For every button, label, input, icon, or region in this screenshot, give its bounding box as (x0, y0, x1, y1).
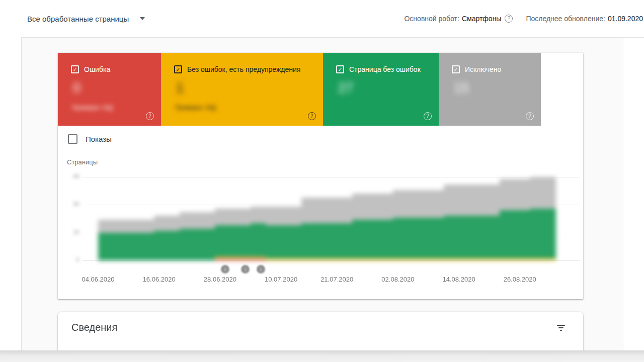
status-card-header: ✓ Без ошибок, есть предупреждения (174, 65, 323, 73)
checkbox-checked-icon[interactable]: ✓ (71, 65, 79, 73)
status-card-sublabel: Проверка: Н/Д (72, 104, 113, 111)
status-card-error[interactable]: ✓ Ошибка 0 Проверка: Н/Д ? (58, 53, 161, 126)
help-icon[interactable]: ? (505, 15, 513, 23)
status-card-valid[interactable]: ✓ Страница без ошибок 27 ? (323, 53, 439, 126)
status-card-value: 27 (338, 80, 353, 96)
status-card-label: Ошибка (84, 65, 110, 73)
help-icon[interactable]: ? (308, 112, 316, 120)
status-card-value: 0 (73, 80, 80, 96)
help-icon[interactable]: ? (526, 112, 534, 120)
status-card-header: ✓ Страница без ошибок (336, 65, 439, 73)
status-card-label: Страница без ошибок (349, 65, 421, 73)
y-axis-title: Страницы (67, 158, 98, 166)
pages-filter-dropdown[interactable]: Все обработанные страницы (25, 0, 147, 37)
filter-button[interactable] (552, 319, 570, 337)
topbar: Все обработанные страницы Основной робот… (21, 0, 644, 38)
details-title: Сведения (71, 322, 117, 333)
status-card-sublabel: Проверка: Н/Д (175, 104, 216, 111)
impressions-toggle[interactable]: Показы (68, 134, 112, 144)
scrollbar-track[interactable] (623, 38, 644, 350)
timeline-event-marker-icon[interactable]: i (257, 265, 265, 274)
status-card-header: ✓ Ошибка (71, 65, 161, 73)
filter-list-icon (557, 325, 565, 331)
status-tiles-row: ✓ Ошибка 0 Проверка: Н/Д ? ✓ Без ошибок,… (58, 53, 541, 126)
coverage-report-page: Все обработанные страницы Основной робот… (0, 0, 644, 362)
robot-value: Смартфоны (462, 15, 502, 23)
timeline-event-marker-icon[interactable]: i (221, 265, 229, 274)
chevron-down-icon (140, 17, 145, 20)
help-icon[interactable]: ? (146, 112, 154, 120)
status-card-warnings[interactable]: ✓ Без ошибок, есть предупреждения 1 Пров… (161, 53, 323, 126)
updated-value: 01.09.2020 (608, 15, 643, 23)
updated-label: Последнее обновление: (526, 15, 605, 23)
status-card-label: Исключено (465, 65, 501, 73)
coverage-summary-card: ✓ Ошибка 0 Проверка: Н/Д ? ✓ Без ошибок,… (58, 53, 583, 299)
dropdown-label: Все обработанные страницы (27, 15, 129, 23)
robot-label: Основной робот: (404, 15, 459, 23)
checkbox-unchecked-icon[interactable] (68, 134, 77, 144)
page-bottom-shadow (0, 350, 644, 362)
details-card: Сведения (58, 312, 583, 350)
status-card-value: 1 (176, 80, 184, 96)
checkbox-checked-icon[interactable]: ✓ (336, 65, 344, 73)
impressions-label: Показы (86, 135, 112, 143)
help-icon[interactable]: ? (424, 112, 432, 120)
checkbox-checked-icon[interactable]: ✓ (174, 65, 182, 73)
topbar-info: Основной робот: Смартфоны ? Последнее об… (404, 0, 643, 37)
status-card-value: 15 (454, 80, 469, 96)
status-card-excluded[interactable]: ✓ Исключено 15 ? (439, 53, 541, 126)
checkbox-checked-icon[interactable]: ✓ (452, 65, 460, 73)
status-card-label: Без ошибок, есть предупреждения (187, 65, 300, 73)
status-card-header: ✓ Исключено (452, 65, 541, 73)
